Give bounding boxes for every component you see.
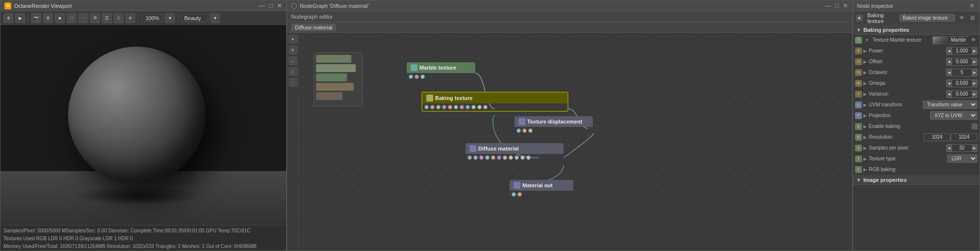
camera-button[interactable]: 📷 (31, 13, 41, 23)
resolution-h-value[interactable]: 1024 (951, 133, 978, 141)
diffuse-port-3 (479, 155, 484, 160)
diffuse-material-node[interactable]: Diffuse material (466, 143, 564, 161)
samples-value[interactable]: 32 (952, 144, 972, 152)
pause-button[interactable]: ⏸ (3, 13, 13, 23)
texture-type-dropdown[interactable]: LDR HDR (947, 154, 978, 163)
diffuse-port-8 (509, 155, 513, 160)
ng-minimize-button[interactable]: — (825, 2, 831, 9)
inspector-title: Node inspector (857, 3, 893, 9)
offset-value[interactable]: 0.000 (952, 58, 972, 66)
texture-swatch (932, 36, 947, 44)
texture-displacement-node[interactable]: Texture displacement (514, 116, 593, 134)
viewport-canvas (0, 25, 286, 225)
offset-increase-button[interactable]: ► (972, 58, 978, 66)
baking-texture-header: Baking texture (422, 93, 567, 103)
baking-props-section-header[interactable]: ▼ Baking properties (853, 25, 980, 35)
marble-node-label: Marble texture (419, 65, 456, 71)
resolution-w-value[interactable]: 1024 (924, 133, 951, 141)
uvw-prop-icon: U (855, 101, 862, 108)
baking-texture-node[interactable]: Baking texture (421, 92, 568, 112)
play-button[interactable]: ▶ (15, 13, 25, 23)
resolution-arrow[interactable]: ▶ (863, 135, 867, 140)
ng-zoom-tool[interactable]: ⌕ (289, 56, 297, 65)
render-button[interactable]: ■ (55, 13, 65, 23)
enable-baking-row: E ▶ Enable baking: ✓ (853, 121, 980, 132)
light-button[interactable]: ☉ (114, 13, 123, 23)
layer-button[interactable]: ⧉ (90, 13, 100, 23)
minimize-button[interactable]: — (259, 2, 265, 9)
rgb-baking-row: C ▶ RGB baking: (853, 164, 980, 175)
omega-decrease-button[interactable]: ◄ (946, 79, 952, 87)
offset-decrease-button[interactable]: ◄ (946, 58, 952, 66)
power-expand-arrow[interactable]: ▶ (863, 49, 867, 53)
grid-button[interactable]: ⋯ (78, 13, 88, 23)
diffuse-port-1 (467, 155, 472, 160)
ng-close-button[interactable]: ✕ (843, 2, 848, 9)
ng-grid-tool[interactable]: ⋮ (289, 78, 297, 87)
omega-increase-button[interactable]: ► (972, 79, 978, 87)
toolbar-sep3 (178, 14, 178, 22)
denoiser-button[interactable]: ❈ (125, 13, 135, 23)
nodegraph-tab-bar: Diffuse material (287, 22, 852, 33)
maximize-button[interactable]: □ (269, 2, 273, 9)
inspector-link-icon[interactable]: ⛓ (969, 14, 977, 22)
variance-expand-arrow[interactable]: ▶ (863, 92, 867, 97)
ng-move-tool[interactable]: ✛ (289, 46, 297, 54)
mode-dropdown-arrow[interactable]: ▼ (210, 13, 220, 23)
power-value[interactable]: 1.000 (952, 47, 972, 55)
enable-baking-arrow[interactable]: ▶ (863, 124, 867, 129)
diffuse-material-header: Diffuse material (466, 143, 564, 154)
diffuse-material-tab[interactable]: Diffuse material (291, 24, 336, 31)
texture-type-arrow[interactable]: ▶ (863, 156, 867, 161)
inspector-type-dropdown[interactable]: Baked image texture (900, 14, 955, 22)
samples-increase-button[interactable]: ► (972, 144, 978, 152)
octaves-value[interactable]: 5 (952, 69, 972, 76)
diffuse-port-5 (491, 155, 495, 160)
material-out-node[interactable]: Material out (510, 180, 573, 198)
uvw-dropdown[interactable]: Transform value (923, 100, 978, 109)
samples-arrow[interactable]: ▶ (863, 146, 867, 151)
octaves-expand-arrow[interactable]: ▶ (863, 70, 867, 75)
render-mode-dropdown[interactable]: Beauty (181, 14, 208, 22)
octaves-decrease-button[interactable]: ◄ (946, 69, 952, 76)
uvw-prop-label: UVW transform (869, 102, 923, 107)
variance-decrease-button[interactable]: ◄ (946, 90, 952, 98)
rgb-baking-arrow[interactable]: ▶ (863, 167, 867, 172)
power-increase-button[interactable]: ► (972, 47, 978, 55)
texture-prop-row: T ▼ Texture:Marble texture Marble 👁 (853, 35, 980, 46)
ng-select-tool[interactable]: ✶ (289, 35, 297, 44)
image-props-section-header[interactable]: ▼ Image properties (853, 175, 980, 185)
scene-button[interactable]: ☰ (102, 13, 112, 23)
samples-decrease-button[interactable]: ◄ (946, 144, 952, 152)
settings-button[interactable]: ⚙ (43, 13, 53, 23)
marble-texture-node[interactable]: Marble texture (407, 62, 475, 80)
omega-expand-arrow[interactable]: ▶ (863, 81, 867, 86)
inspector-eye-icon[interactable]: 👁 (958, 14, 966, 22)
projection-dropdown[interactable]: XYZ to UVW (930, 111, 978, 120)
texture-eye-icon[interactable]: 👁 (970, 36, 978, 44)
octaves-prop-icon: N (855, 69, 862, 76)
close-button[interactable]: ✕ (277, 2, 282, 9)
ng-frame-tool[interactable]: □ (289, 67, 297, 76)
zoom-display[interactable]: 100% (142, 14, 163, 22)
uvw-expand-arrow[interactable]: ▶ (863, 102, 867, 107)
omega-value[interactable]: 0.500 (952, 79, 972, 87)
inspector-settings-icon[interactable]: ⚙ (968, 2, 976, 10)
zoom-dropdown-arrow[interactable]: ▼ (165, 13, 175, 23)
frame-button[interactable]: □ (67, 13, 76, 23)
projection-expand-arrow[interactable]: ▶ (863, 113, 867, 118)
nodegraph-canvas[interactable]: Marble texture Baking texture (299, 33, 852, 251)
variance-increase-button[interactable]: ► (972, 90, 978, 98)
texture-expand-arrow[interactable]: ▼ (865, 38, 869, 43)
texdisp-node-icon (518, 118, 525, 125)
nodegraph-icon (291, 3, 297, 9)
power-decrease-button[interactable]: ◄ (946, 47, 952, 55)
octaves-increase-button[interactable]: ► (972, 69, 978, 76)
ng-maximize-button[interactable]: □ (835, 2, 839, 9)
resolution-icon: R (855, 134, 862, 141)
enable-baking-checkbox[interactable]: ✓ (972, 124, 978, 129)
variance-value[interactable]: 0.500 (952, 90, 972, 98)
diffuse-port-2 (473, 155, 478, 160)
offset-expand-arrow[interactable]: ▶ (863, 59, 867, 64)
inspector-scroll[interactable]: ▼ Baking properties T ▼ Texture:Marble t… (853, 25, 980, 251)
